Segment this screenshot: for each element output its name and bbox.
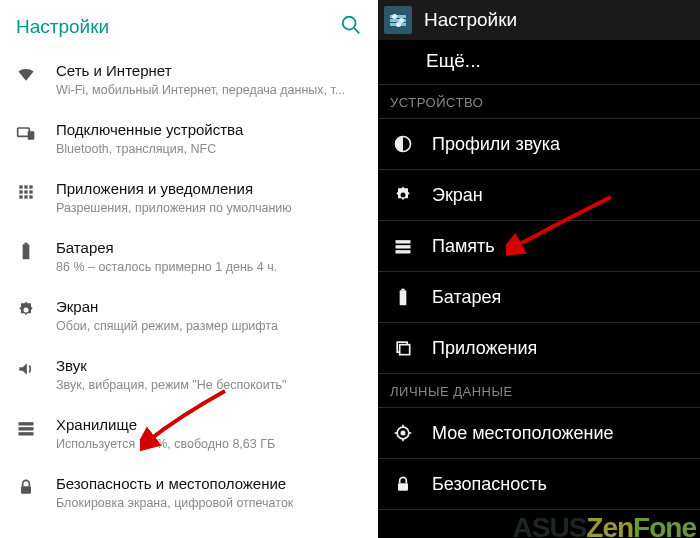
svg-point-30 — [401, 431, 404, 434]
item-title: Экран — [56, 298, 362, 316]
svg-rect-16 — [19, 422, 34, 425]
item-subtitle: Блокировка экрана, цифровой отпечаток — [56, 496, 362, 510]
volume-icon — [14, 357, 38, 381]
svg-rect-24 — [396, 250, 411, 253]
settings-item-security[interactable]: Безопасность и местоположение Блокировка… — [0, 463, 378, 522]
item-subtitle: Обои, спящий режим, размер шрифта — [56, 319, 362, 333]
svg-rect-19 — [21, 486, 31, 494]
settings-item-network[interactable]: Сеть и Интернет Wi-Fi, мобильный Интерне… — [0, 50, 378, 109]
item-subtitle: Wi-Fi, мобильный Интернет, передача данн… — [56, 83, 362, 97]
item-title: Подключенные устройства — [56, 121, 362, 139]
svg-rect-25 — [400, 290, 407, 305]
battery-icon — [14, 239, 38, 263]
settings-item-sound[interactable]: Звук Звук, вибрация, режим "Не беспокоит… — [0, 345, 378, 404]
svg-rect-13 — [23, 244, 30, 259]
item-subtitle: Используется 73 %, свободно 8,63 ГБ — [56, 437, 362, 451]
item-subtitle: Bluetooth, трансляция, NFC — [56, 142, 362, 156]
brightness-icon — [14, 298, 38, 322]
svg-rect-10 — [19, 195, 22, 198]
svg-rect-11 — [24, 195, 27, 198]
watermark: ASUSZenFone — [513, 512, 696, 538]
item-title: Безопасность и местоположение — [56, 475, 362, 493]
settings-item-display[interactable]: Экран Обои, спящий режим, размер шрифта — [0, 286, 378, 345]
personal-item-security[interactable]: Безопасность — [378, 459, 700, 510]
item-label: Память — [432, 236, 495, 257]
section-personal-header: ЛИЧНЫЕ ДАННЫЕ — [378, 374, 700, 408]
lock-icon — [392, 473, 414, 495]
target-icon — [392, 422, 414, 444]
section-device-header: УСТРОЙСТВО — [378, 85, 700, 119]
wifi-icon — [14, 62, 38, 86]
svg-point-21 — [401, 193, 406, 198]
svg-rect-7 — [19, 190, 22, 193]
svg-rect-2 — [18, 128, 30, 136]
svg-rect-8 — [24, 190, 27, 193]
settings-item-battery[interactable]: Батарея 86 % – осталось примерно 1 день … — [0, 227, 378, 286]
device-item-memory[interactable]: Память — [378, 221, 700, 272]
apps-icon — [14, 180, 38, 204]
svg-rect-4 — [19, 185, 22, 188]
storage-icon — [14, 416, 38, 440]
settings-sliders-icon — [384, 6, 412, 34]
svg-rect-12 — [29, 195, 32, 198]
storage-icon — [392, 235, 414, 257]
item-label: Безопасность — [432, 474, 547, 495]
sound-profiles-icon — [392, 133, 414, 155]
item-label: Мое местоположение — [432, 423, 614, 444]
svg-point-0 — [343, 17, 356, 30]
svg-rect-26 — [401, 289, 404, 291]
svg-rect-5 — [24, 185, 27, 188]
item-title: Батарея — [56, 239, 362, 257]
svg-rect-14 — [24, 243, 27, 245]
left-title: Настройки — [16, 16, 109, 38]
search-icon[interactable] — [340, 14, 362, 40]
item-title: Приложения и уведомления — [56, 180, 362, 198]
settings-light-panel: Настройки Сеть и Интернет Wi-Fi, мобильн… — [0, 0, 378, 538]
svg-rect-6 — [29, 185, 32, 188]
settings-dark-panel: Настройки Ещё... УСТРОЙСТВО Профили звук… — [378, 0, 700, 538]
devices-icon — [14, 121, 38, 145]
svg-point-15 — [24, 308, 29, 313]
personal-item-location[interactable]: Мое местоположение — [378, 408, 700, 459]
svg-rect-28 — [400, 345, 410, 355]
item-title: Звук — [56, 357, 362, 375]
brightness-icon — [392, 184, 414, 206]
settings-item-connected[interactable]: Подключенные устройства Bluetooth, транс… — [0, 109, 378, 168]
device-item-apps[interactable]: Приложения — [378, 323, 700, 374]
item-label: Профили звука — [432, 134, 560, 155]
device-item-display[interactable]: Экран — [378, 170, 700, 221]
svg-rect-3 — [28, 131, 35, 139]
item-subtitle: Разрешения, приложения по умолчанию — [56, 201, 362, 215]
svg-rect-35 — [398, 483, 408, 491]
settings-item-apps[interactable]: Приложения и уведомления Разрешения, при… — [0, 168, 378, 227]
svg-rect-22 — [396, 240, 411, 243]
right-title: Настройки — [424, 9, 517, 31]
right-header: Настройки — [378, 0, 700, 40]
device-item-sound-profiles[interactable]: Профили звука — [378, 119, 700, 170]
item-subtitle: Звук, вибрация, режим "Не беспокоить" — [56, 378, 362, 392]
item-title: Сеть и Интернет — [56, 62, 362, 80]
apps-stack-icon — [392, 337, 414, 359]
item-subtitle: 86 % – осталось примерно 1 день 4 ч. — [56, 260, 362, 274]
svg-rect-17 — [19, 427, 34, 430]
svg-rect-9 — [29, 190, 32, 193]
device-item-battery[interactable]: Батарея — [378, 272, 700, 323]
item-label: Экран — [432, 185, 483, 206]
item-label: Приложения — [432, 338, 537, 359]
settings-item-storage[interactable]: Хранилище Используется 73 %, свободно 8,… — [0, 404, 378, 463]
left-header: Настройки — [0, 0, 378, 50]
lock-icon — [14, 475, 38, 499]
svg-rect-23 — [396, 245, 411, 248]
battery-icon — [392, 286, 414, 308]
more-item[interactable]: Ещё... — [378, 40, 700, 85]
svg-rect-18 — [19, 432, 34, 435]
item-title: Хранилище — [56, 416, 362, 434]
left-settings-list: Сеть и Интернет Wi-Fi, мобильный Интерне… — [0, 50, 378, 522]
svg-line-1 — [354, 28, 359, 33]
item-label: Батарея — [432, 287, 501, 308]
